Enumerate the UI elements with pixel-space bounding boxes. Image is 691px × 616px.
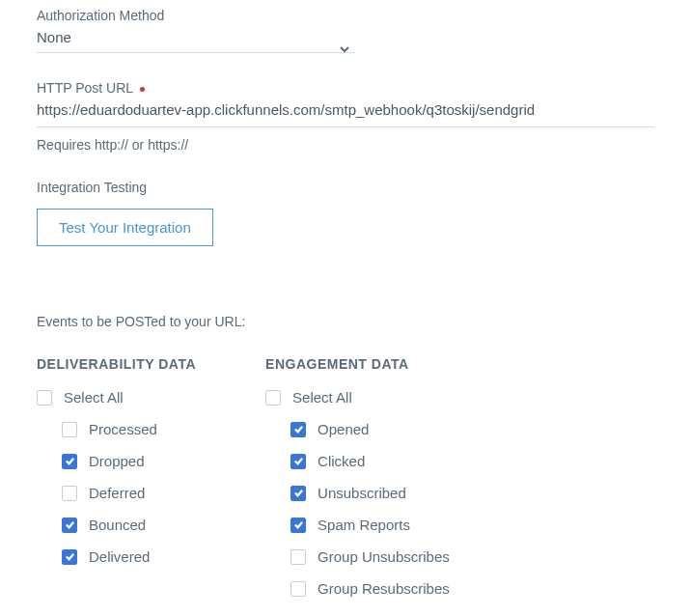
deliverability-select-all-checkbox[interactable] <box>37 390 52 406</box>
post-url-helper: Requires http:// or https:// <box>37 137 654 153</box>
engagement-row-unsubscribed: Unsubscribed <box>265 485 450 501</box>
deliverability-checkbox-deferred[interactable] <box>62 486 77 501</box>
engagement-row-group-unsubscribes: Group Unsubscribes <box>265 548 450 565</box>
test-integration-button[interactable]: Test Your Integration <box>37 209 213 246</box>
deliverability-select-all-label: Select All <box>64 389 124 406</box>
engagement-checkbox-group-unsubscribes[interactable] <box>290 549 306 565</box>
events-title: Events to be POSTed to your URL: <box>37 314 654 329</box>
engagement-row-spam-reports: Spam Reports <box>265 517 450 533</box>
engagement-label-opened: Opened <box>318 421 369 437</box>
deliverability-checkbox-processed[interactable] <box>62 422 77 437</box>
auth-method-select[interactable]: None <box>37 29 355 53</box>
deliverability-row-delivered: Delivered <box>37 548 196 565</box>
engagement-checkbox-group-resubscribes[interactable] <box>290 581 306 597</box>
engagement-checkbox-opened[interactable] <box>290 422 306 437</box>
chevron-down-icon <box>340 41 349 50</box>
post-url-input[interactable] <box>37 101 654 118</box>
engagement-row-group-resubscribes: Group Resubscribes <box>265 580 450 597</box>
deliverability-checkbox-dropped[interactable] <box>62 454 77 469</box>
engagement-checkbox-clicked[interactable] <box>290 454 306 469</box>
engagement-label-unsubscribed: Unsubscribed <box>318 485 406 501</box>
deliverability-checkbox-bounced[interactable] <box>62 518 77 533</box>
engagement-row-opened: Opened <box>265 421 450 437</box>
deliverability-header: DELIVERABILITY DATA <box>37 356 196 372</box>
engagement-row-clicked: Clicked <box>265 453 450 469</box>
auth-method-label: Authorization Method <box>37 8 654 23</box>
deliverability-column: DELIVERABILITY DATA Select AllProcessedD… <box>37 356 196 612</box>
engagement-header: ENGAGEMENT DATA <box>265 356 450 372</box>
engagement-label-spam-reports: Spam Reports <box>318 517 410 533</box>
deliverability-row-dropped: Dropped <box>37 453 196 469</box>
deliverability-label-processed: Processed <box>89 421 157 437</box>
integration-testing-label: Integration Testing <box>37 180 654 195</box>
required-indicator-icon <box>140 87 145 92</box>
deliverability-checkbox-delivered[interactable] <box>62 549 77 565</box>
auth-method-value: None <box>37 29 71 45</box>
deliverability-label-delivered: Delivered <box>89 548 150 565</box>
engagement-column: ENGAGEMENT DATA Select AllOpenedClickedU… <box>265 356 450 612</box>
deliverability-row-deferred: Deferred <box>37 485 196 501</box>
engagement-label-group-resubscribes: Group Resubscribes <box>318 580 450 597</box>
post-url-label: HTTP Post URL <box>37 80 654 96</box>
deliverability-label-dropped: Dropped <box>89 453 145 469</box>
deliverability-label-bounced: Bounced <box>89 517 146 533</box>
deliverability-row-processed: Processed <box>37 421 196 437</box>
engagement-select-all-checkbox[interactable] <box>265 390 281 406</box>
engagement-label-group-unsubscribes: Group Unsubscribes <box>318 548 450 565</box>
deliverability-label-deferred: Deferred <box>89 485 145 501</box>
engagement-checkbox-unsubscribed[interactable] <box>290 486 306 501</box>
engagement-label-clicked: Clicked <box>318 453 365 469</box>
engagement-checkbox-spam-reports[interactable] <box>290 518 306 533</box>
deliverability-row-bounced: Bounced <box>37 517 196 533</box>
engagement-select-all-label: Select All <box>292 389 352 406</box>
